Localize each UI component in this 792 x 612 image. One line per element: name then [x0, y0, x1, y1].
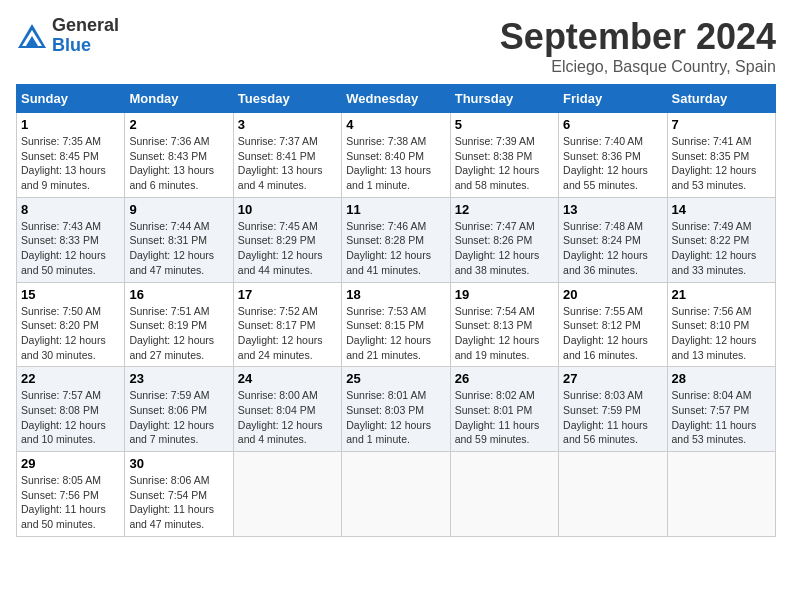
- day-info: Sunrise: 7:41 AMSunset: 8:35 PMDaylight:…: [672, 134, 771, 193]
- day-number: 15: [21, 287, 120, 302]
- location: Elciego, Basque Country, Spain: [500, 58, 776, 76]
- weekday-header: Sunday: [17, 85, 125, 113]
- calendar-cell: 27Sunrise: 8:03 AMSunset: 7:59 PMDayligh…: [559, 367, 667, 452]
- month-title: September 2024: [500, 16, 776, 58]
- day-number: 8: [21, 202, 120, 217]
- day-info: Sunrise: 7:45 AMSunset: 8:29 PMDaylight:…: [238, 219, 337, 278]
- logo: General Blue: [16, 16, 119, 56]
- calendar-cell: [233, 452, 341, 537]
- day-number: 20: [563, 287, 662, 302]
- day-number: 7: [672, 117, 771, 132]
- calendar-cell: 13Sunrise: 7:48 AMSunset: 8:24 PMDayligh…: [559, 197, 667, 282]
- calendar-cell: [559, 452, 667, 537]
- day-number: 21: [672, 287, 771, 302]
- day-number: 1: [21, 117, 120, 132]
- day-info: Sunrise: 8:06 AMSunset: 7:54 PMDaylight:…: [129, 473, 228, 532]
- calendar-cell: 23Sunrise: 7:59 AMSunset: 8:06 PMDayligh…: [125, 367, 233, 452]
- calendar-cell: 28Sunrise: 8:04 AMSunset: 7:57 PMDayligh…: [667, 367, 775, 452]
- calendar-cell: 20Sunrise: 7:55 AMSunset: 8:12 PMDayligh…: [559, 282, 667, 367]
- day-info: Sunrise: 8:00 AMSunset: 8:04 PMDaylight:…: [238, 388, 337, 447]
- day-number: 28: [672, 371, 771, 386]
- weekday-header: Tuesday: [233, 85, 341, 113]
- day-info: Sunrise: 7:37 AMSunset: 8:41 PMDaylight:…: [238, 134, 337, 193]
- day-info: Sunrise: 7:48 AMSunset: 8:24 PMDaylight:…: [563, 219, 662, 278]
- calendar-cell: [450, 452, 558, 537]
- calendar-cell: [342, 452, 450, 537]
- day-info: Sunrise: 8:02 AMSunset: 8:01 PMDaylight:…: [455, 388, 554, 447]
- calendar-cell: 29Sunrise: 8:05 AMSunset: 7:56 PMDayligh…: [17, 452, 125, 537]
- day-info: Sunrise: 7:47 AMSunset: 8:26 PMDaylight:…: [455, 219, 554, 278]
- weekday-header: Thursday: [450, 85, 558, 113]
- day-number: 18: [346, 287, 445, 302]
- day-info: Sunrise: 7:52 AMSunset: 8:17 PMDaylight:…: [238, 304, 337, 363]
- day-info: Sunrise: 7:59 AMSunset: 8:06 PMDaylight:…: [129, 388, 228, 447]
- day-info: Sunrise: 7:40 AMSunset: 8:36 PMDaylight:…: [563, 134, 662, 193]
- day-number: 27: [563, 371, 662, 386]
- day-info: Sunrise: 7:43 AMSunset: 8:33 PMDaylight:…: [21, 219, 120, 278]
- day-number: 22: [21, 371, 120, 386]
- day-info: Sunrise: 7:46 AMSunset: 8:28 PMDaylight:…: [346, 219, 445, 278]
- calendar-cell: 12Sunrise: 7:47 AMSunset: 8:26 PMDayligh…: [450, 197, 558, 282]
- day-number: 4: [346, 117, 445, 132]
- day-number: 30: [129, 456, 228, 471]
- calendar-cell: 6Sunrise: 7:40 AMSunset: 8:36 PMDaylight…: [559, 113, 667, 198]
- day-info: Sunrise: 7:57 AMSunset: 8:08 PMDaylight:…: [21, 388, 120, 447]
- day-info: Sunrise: 7:35 AMSunset: 8:45 PMDaylight:…: [21, 134, 120, 193]
- calendar-cell: 5Sunrise: 7:39 AMSunset: 8:38 PMDaylight…: [450, 113, 558, 198]
- calendar-cell: 11Sunrise: 7:46 AMSunset: 8:28 PMDayligh…: [342, 197, 450, 282]
- day-info: Sunrise: 7:50 AMSunset: 8:20 PMDaylight:…: [21, 304, 120, 363]
- day-info: Sunrise: 7:38 AMSunset: 8:40 PMDaylight:…: [346, 134, 445, 193]
- day-info: Sunrise: 7:44 AMSunset: 8:31 PMDaylight:…: [129, 219, 228, 278]
- day-number: 11: [346, 202, 445, 217]
- calendar-cell: 14Sunrise: 7:49 AMSunset: 8:22 PMDayligh…: [667, 197, 775, 282]
- calendar-cell: [667, 452, 775, 537]
- day-info: Sunrise: 7:36 AMSunset: 8:43 PMDaylight:…: [129, 134, 228, 193]
- calendar-cell: 17Sunrise: 7:52 AMSunset: 8:17 PMDayligh…: [233, 282, 341, 367]
- day-info: Sunrise: 7:55 AMSunset: 8:12 PMDaylight:…: [563, 304, 662, 363]
- day-number: 3: [238, 117, 337, 132]
- calendar-cell: 2Sunrise: 7:36 AMSunset: 8:43 PMDaylight…: [125, 113, 233, 198]
- day-info: Sunrise: 7:54 AMSunset: 8:13 PMDaylight:…: [455, 304, 554, 363]
- calendar-cell: 21Sunrise: 7:56 AMSunset: 8:10 PMDayligh…: [667, 282, 775, 367]
- day-number: 19: [455, 287, 554, 302]
- calendar-cell: 16Sunrise: 7:51 AMSunset: 8:19 PMDayligh…: [125, 282, 233, 367]
- calendar-cell: 9Sunrise: 7:44 AMSunset: 8:31 PMDaylight…: [125, 197, 233, 282]
- day-number: 17: [238, 287, 337, 302]
- day-info: Sunrise: 7:53 AMSunset: 8:15 PMDaylight:…: [346, 304, 445, 363]
- day-info: Sunrise: 7:39 AMSunset: 8:38 PMDaylight:…: [455, 134, 554, 193]
- page-header: General Blue September 2024 Elciego, Bas…: [16, 16, 776, 76]
- day-info: Sunrise: 8:05 AMSunset: 7:56 PMDaylight:…: [21, 473, 120, 532]
- weekday-header: Saturday: [667, 85, 775, 113]
- day-info: Sunrise: 8:01 AMSunset: 8:03 PMDaylight:…: [346, 388, 445, 447]
- logo-text: General Blue: [52, 16, 119, 56]
- weekday-header: Monday: [125, 85, 233, 113]
- day-number: 14: [672, 202, 771, 217]
- calendar-week-row: 29Sunrise: 8:05 AMSunset: 7:56 PMDayligh…: [17, 452, 776, 537]
- calendar-week-row: 1Sunrise: 7:35 AMSunset: 8:45 PMDaylight…: [17, 113, 776, 198]
- calendar-cell: 4Sunrise: 7:38 AMSunset: 8:40 PMDaylight…: [342, 113, 450, 198]
- calendar-cell: 19Sunrise: 7:54 AMSunset: 8:13 PMDayligh…: [450, 282, 558, 367]
- calendar-table: SundayMondayTuesdayWednesdayThursdayFrid…: [16, 84, 776, 537]
- calendar-week-row: 22Sunrise: 7:57 AMSunset: 8:08 PMDayligh…: [17, 367, 776, 452]
- day-number: 2: [129, 117, 228, 132]
- calendar-week-row: 8Sunrise: 7:43 AMSunset: 8:33 PMDaylight…: [17, 197, 776, 282]
- calendar-cell: 30Sunrise: 8:06 AMSunset: 7:54 PMDayligh…: [125, 452, 233, 537]
- weekday-header: Friday: [559, 85, 667, 113]
- weekday-header: Wednesday: [342, 85, 450, 113]
- day-number: 16: [129, 287, 228, 302]
- calendar-cell: 26Sunrise: 8:02 AMSunset: 8:01 PMDayligh…: [450, 367, 558, 452]
- day-info: Sunrise: 8:04 AMSunset: 7:57 PMDaylight:…: [672, 388, 771, 447]
- day-number: 10: [238, 202, 337, 217]
- day-number: 5: [455, 117, 554, 132]
- calendar-cell: 25Sunrise: 8:01 AMSunset: 8:03 PMDayligh…: [342, 367, 450, 452]
- calendar-cell: 8Sunrise: 7:43 AMSunset: 8:33 PMDaylight…: [17, 197, 125, 282]
- day-number: 29: [21, 456, 120, 471]
- logo-icon: [16, 22, 48, 50]
- calendar-cell: 24Sunrise: 8:00 AMSunset: 8:04 PMDayligh…: [233, 367, 341, 452]
- calendar-cell: 10Sunrise: 7:45 AMSunset: 8:29 PMDayligh…: [233, 197, 341, 282]
- day-info: Sunrise: 7:49 AMSunset: 8:22 PMDaylight:…: [672, 219, 771, 278]
- calendar-cell: 15Sunrise: 7:50 AMSunset: 8:20 PMDayligh…: [17, 282, 125, 367]
- title-area: September 2024 Elciego, Basque Country, …: [500, 16, 776, 76]
- calendar-cell: 22Sunrise: 7:57 AMSunset: 8:08 PMDayligh…: [17, 367, 125, 452]
- calendar-cell: 7Sunrise: 7:41 AMSunset: 8:35 PMDaylight…: [667, 113, 775, 198]
